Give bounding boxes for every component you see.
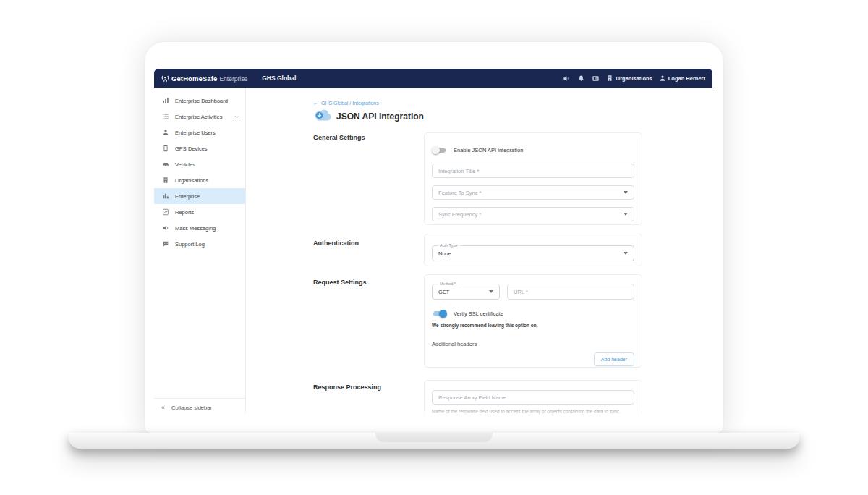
auth-type-label: Auth Type [438, 243, 460, 248]
url-field[interactable] [507, 284, 634, 300]
verify-ssl-label: Verify SSL certificate [454, 310, 503, 317]
sidebar-item-label: Mass Messaging [175, 225, 216, 232]
method-url-row: Method * GET [432, 284, 634, 300]
sidebar-item-label: Support Log [175, 241, 205, 248]
section-general-settings: General Settings Enable JSON API integra… [313, 124, 712, 225]
double-chevron-left-icon: « [161, 404, 165, 411]
sync-frequency-placeholder: Sync Frequency * [438, 211, 481, 218]
sidebar-item-label: Enterprise Activities [175, 114, 222, 120]
organisations-menu[interactable]: Organisations [606, 75, 652, 82]
organisations-label: Organisations [616, 75, 652, 82]
navbar-actions: Organisations Logan Herbert [563, 75, 705, 82]
sync-frequency-select[interactable]: Sync Frequency * [432, 207, 634, 221]
megaphone-icon [161, 224, 169, 232]
section-heading: Authentication [313, 234, 424, 266]
response-array-field[interactable] [432, 390, 634, 405]
chevron-down-icon [624, 191, 628, 194]
sidebar-item-vehicles[interactable]: Vehicles [154, 156, 245, 172]
enable-json-api-toggle[interactable]: Enable JSON API integration [432, 146, 634, 154]
brand-name: GetHomeSafe [171, 75, 217, 82]
user-name: Logan Herbert [668, 75, 705, 82]
breadcrumb-path: GHS Global / Integrations [321, 101, 379, 106]
laptop-base [69, 433, 799, 449]
response-array-help: Name of the response field used to acces… [432, 408, 634, 416]
help-line-1: Name of the response field used to acces… [432, 408, 634, 415]
app-screen: GetHomeSafe Enterprise GHS Global Organi… [154, 69, 712, 416]
integration-title-field[interactable] [432, 164, 634, 178]
sidebar-item-label: Enterprise Dashboard [175, 98, 228, 104]
sidebar-item-enterprise-dashboard[interactable]: Enterprise Dashboard [154, 93, 245, 109]
verify-ssl-toggle[interactable]: Verify SSL certificate [432, 310, 634, 318]
sidebar-item-label: Reports [175, 209, 194, 216]
chevron-down-icon [624, 252, 628, 255]
section-heading: Request Settings [313, 274, 424, 368]
add-header-button[interactable]: Add header [594, 352, 634, 366]
bell-icon[interactable] [577, 75, 585, 82]
gethomesafe-brand: GetHomeSafe Enterprise [161, 75, 247, 82]
toggle-on-switch[interactable] [432, 310, 447, 318]
response-array-input[interactable] [438, 394, 628, 401]
breadcrumb[interactable]: ← GHS Global / Integrations [313, 101, 379, 106]
ssl-recommendation-note: We strongly recommend leaving this optio… [432, 323, 634, 328]
method-value: GET [438, 289, 449, 295]
sidebar-item-reports[interactable]: Reports [154, 204, 245, 220]
sidebar-item-label: Vehicles [175, 161, 195, 168]
additional-headers-label: Additional headers [432, 341, 634, 347]
enable-json-api-label: Enable JSON API integration [454, 147, 523, 153]
method-select[interactable]: Method * GET [432, 284, 500, 300]
chevron-down-icon [234, 114, 239, 119]
section-request-settings: Request Settings Method * GET [313, 274, 712, 368]
gethomesafe-logo-icon [161, 75, 169, 82]
section-response-processing: Response Processing Name of the response… [313, 380, 712, 416]
volume-icon[interactable] [563, 75, 571, 82]
feature-to-sync-placeholder: Feature To Sync * [438, 190, 481, 196]
sidebar-item-enterprise-activities[interactable]: Enterprise Activities [154, 109, 245, 124]
dashboard-icon [161, 97, 169, 104]
chevron-down-icon [624, 213, 628, 216]
section-heading: Response Processing [313, 380, 424, 416]
brand-suffix: Enterprise [219, 75, 247, 82]
feature-to-sync-select[interactable]: Feature To Sync * [432, 185, 634, 200]
page-title-row: JSON API Integration [313, 109, 712, 124]
sidebar-item-mass-messaging[interactable]: Mass Messaging [154, 220, 245, 236]
sidebar-item-label: Organisations [175, 177, 208, 184]
general-settings-card: Enable JSON API integration Feature To S… [424, 132, 642, 225]
url-input[interactable] [514, 289, 628, 295]
request-settings-card: Method * GET Verify SSL certificate [424, 274, 642, 368]
integration-title-input[interactable] [438, 168, 628, 174]
top-navbar: GetHomeSafe Enterprise GHS Global Organi… [154, 69, 712, 88]
sidebar: Enterprise Dashboard Enterprise Activiti… [154, 88, 246, 416]
building-icon [161, 177, 169, 184]
main-content: ← GHS Global / Integrations JSON API Int… [246, 88, 712, 416]
reports-icon [161, 208, 169, 216]
sidebar-item-label: Enterprise [175, 193, 200, 200]
back-arrow-icon: ← [313, 101, 318, 106]
auth-type-value: None [438, 250, 451, 257]
sidebar-item-label: GPS Devices [175, 145, 208, 152]
collapse-sidebar-button[interactable]: « Collapse sidebar [154, 398, 245, 416]
help-line-2: You can use dot notation, e.g. "data.use… [432, 415, 634, 416]
form-sections: General Settings Enable JSON API integra… [313, 124, 712, 416]
user-icon [161, 129, 169, 136]
sidebar-item-enterprise-users[interactable]: Enterprise Users [154, 124, 245, 140]
page-title: JSON API Integration [336, 111, 424, 122]
sidebar-item-enterprise[interactable]: Enterprise [154, 188, 245, 204]
support-icon [161, 240, 169, 248]
method-label: Method * [438, 282, 458, 286]
add-header-row: Add header [432, 352, 634, 366]
activities-icon [161, 113, 169, 120]
sidebar-item-gps-devices[interactable]: GPS Devices [154, 140, 245, 156]
auth-type-select[interactable]: Auth Type None [432, 245, 634, 261]
enterprise-icon [161, 192, 169, 200]
vehicle-icon [161, 161, 169, 168]
sidebar-item-label: Enterprise Users [175, 130, 216, 136]
sidebar-item-organisations[interactable]: Organisations [154, 172, 245, 188]
user-menu[interactable]: Logan Herbert [659, 75, 705, 82]
toggle-off-switch[interactable] [432, 146, 447, 154]
laptop-base-notch [375, 433, 493, 442]
response-processing-card: Name of the response field used to acces… [424, 380, 642, 416]
sidebar-item-support-log[interactable]: Support Log [154, 236, 245, 252]
cloud-download-icon [313, 109, 331, 124]
newspaper-icon[interactable] [592, 75, 600, 82]
section-heading: General Settings [313, 124, 424, 225]
